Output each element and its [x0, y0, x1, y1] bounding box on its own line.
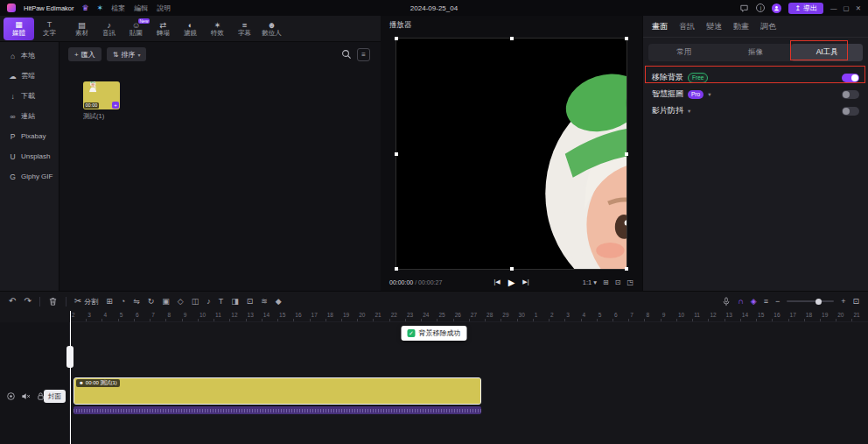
undo-icon[interactable]: ↶: [9, 297, 16, 306]
smart-cutout-row[interactable]: 智慧摳圖 Pro ▾: [643, 86, 868, 102]
user-avatar[interactable]: [772, 4, 781, 13]
subtab-common[interactable]: 常用: [648, 44, 720, 61]
add-to-timeline-badge[interactable]: +: [112, 102, 119, 109]
pro-badge: Pro: [688, 90, 704, 99]
app-name: HitPaw Edimakor: [24, 4, 74, 12]
sidebar-item-local[interactable]: ⌂ 本地: [4, 46, 55, 65]
menu-item[interactable]: 編輯: [134, 4, 148, 13]
timeline-zoom-slider[interactable]: [787, 300, 834, 302]
fullscreen-icon[interactable]: ◳: [626, 278, 634, 286]
mirror-icon[interactable]: ⇋: [133, 297, 140, 306]
maximize-button[interactable]: ▢: [844, 4, 850, 12]
tool-audio[interactable]: ♪ 音訊: [95, 21, 122, 37]
sort-button[interactable]: ⇅ 排序 ▾: [107, 47, 147, 61]
tab-picture[interactable]: 畫面: [652, 21, 668, 32]
ruler-tick: 20: [357, 311, 373, 321]
crop-icon[interactable]: ⊞: [106, 297, 113, 306]
smart-cutout-toggle[interactable]: [842, 90, 859, 99]
playhead[interactable]: [70, 311, 71, 444]
rotate-icon[interactable]: ↻: [148, 297, 155, 306]
import-button[interactable]: + 匯入: [68, 47, 102, 61]
tab-speed[interactable]: 變速: [706, 21, 722, 32]
list-view-icon[interactable]: ≡: [357, 48, 370, 61]
video-clip[interactable]: ☻ 00:00 測試(1): [74, 377, 481, 405]
tool-digital-human[interactable]: ☻ 數位人: [258, 21, 285, 37]
cover-button[interactable]: 封面: [44, 390, 66, 403]
snapshot-icon[interactable]: ⊡: [615, 278, 621, 286]
tool-effects[interactable]: ✶ 特效: [204, 21, 231, 37]
text-icon[interactable]: T: [219, 297, 224, 306]
tab-media[interactable]: ▦ 媒體: [4, 18, 34, 40]
keyframes-icon[interactable]: ◈: [751, 297, 757, 306]
pip-icon[interactable]: ◨: [231, 297, 239, 306]
timeline-tools: ⊞◔⇋↻▣◇◫♪T◨⊡≋◆: [106, 297, 282, 306]
subtab-matting[interactable]: 摳像: [720, 44, 792, 61]
mask-icon[interactable]: ◫: [192, 297, 200, 306]
menu-item[interactable]: 說明: [157, 4, 171, 13]
ruler-tick: 2: [549, 311, 564, 321]
sidebar-item-unsplash[interactable]: U Unsplash: [4, 147, 55, 166]
tool-subtitle[interactable]: ≡ 字幕: [231, 21, 258, 37]
grid-icon[interactable]: ⊞: [603, 278, 609, 286]
aspect-ratio-selector[interactable]: 1:1 ▾: [583, 278, 597, 286]
freeze-frame-icon[interactable]: ▣: [162, 297, 170, 306]
previous-frame-button[interactable]: |◀: [494, 278, 500, 285]
tool-sticker[interactable]: ☺ 貼圖 New: [122, 21, 150, 37]
stabilization-toggle[interactable]: [842, 107, 859, 116]
mute-track-icon[interactable]: [21, 391, 31, 401]
minimize-button[interactable]: —: [830, 4, 837, 12]
chevron-down-icon: ▾: [708, 91, 710, 98]
sidebar-item-download[interactable]: ↓ 下載: [4, 87, 55, 105]
close-button[interactable]: ✕: [856, 4, 861, 12]
preview-canvas[interactable]: [396, 38, 627, 270]
fit-timeline-icon[interactable]: ⊡: [852, 297, 859, 306]
search-icon[interactable]: [341, 49, 352, 60]
activity-icon[interactable]: ✶: [97, 4, 104, 12]
playhead-grip[interactable]: [66, 346, 74, 368]
track-manager-icon[interactable]: ≡: [764, 297, 768, 306]
waveform-icon[interactable]: ≋: [261, 297, 268, 306]
next-frame-button[interactable]: ▶|: [522, 278, 528, 285]
ruler-tick: 28: [485, 311, 500, 321]
sidebar-item-link[interactable]: ∞ 連結: [4, 107, 55, 125]
zoom-out-icon[interactable]: −: [775, 297, 780, 306]
vip-icon[interactable]: ♛: [82, 4, 89, 12]
tab-animation[interactable]: 動畫: [733, 21, 749, 32]
subtab-ai-tools[interactable]: AI工具: [791, 44, 863, 61]
record-track-icon[interactable]: [6, 391, 16, 401]
sidebar-item-cloud[interactable]: ☁ 雲端: [4, 67, 55, 85]
remove-background-row[interactable]: 移除背景 Free: [643, 69, 868, 86]
voiceover-mic-icon[interactable]: [722, 297, 731, 307]
remove-background-toggle[interactable]: [842, 74, 859, 82]
keyframe-icon[interactable]: ◆: [276, 297, 282, 306]
clip-audio-strip[interactable]: [74, 406, 481, 414]
export-button[interactable]: ↥ 導出: [788, 3, 823, 14]
tool-filter[interactable]: ◐ 濾鏡: [177, 21, 204, 37]
sidebar-item-giphy[interactable]: G Giphy GIF: [4, 167, 55, 186]
media-clip-thumbnail[interactable]: 00:00 +: [83, 81, 120, 109]
delete-icon[interactable]: [48, 297, 58, 307]
tab-audio[interactable]: 音訊: [679, 21, 695, 32]
audio-detach-icon[interactable]: ♪: [206, 297, 211, 306]
magnet-snap-icon[interactable]: ∩: [738, 297, 743, 306]
ruler-tick: 5: [118, 311, 134, 321]
tab-color[interactable]: 調色: [760, 21, 776, 32]
tool-transition[interactable]: ⇄ 轉場: [150, 21, 177, 37]
split-button[interactable]: ✂ 分割: [74, 297, 98, 307]
play-button[interactable]: ▶: [508, 278, 515, 287]
tool-icon: ⇄: [160, 21, 167, 30]
stabilization-row[interactable]: 影片防抖 ▾: [643, 102, 868, 119]
sticker-icon[interactable]: ⊡: [247, 297, 254, 306]
media-clip-item[interactable]: 00:00 + 測試(1): [83, 81, 122, 121]
marker-icon[interactable]: ◇: [178, 297, 184, 306]
sidebar-item-pixabay[interactable]: P Pixabay: [4, 127, 55, 145]
zoom-in-icon[interactable]: +: [841, 297, 845, 306]
redo-icon[interactable]: ↷: [24, 297, 31, 306]
menu-item[interactable]: 檔案: [111, 4, 125, 13]
tool-stock-media[interactable]: ▤ 素材: [68, 21, 95, 37]
info-icon[interactable]: i: [756, 4, 765, 12]
feedback-chat-icon[interactable]: [739, 4, 749, 13]
tab-text[interactable]: T 文字: [34, 18, 65, 40]
timeline-ruler[interactable]: 2345678910111213141516171819202122232425…: [70, 311, 868, 322]
speed-icon[interactable]: ◔: [121, 297, 125, 306]
